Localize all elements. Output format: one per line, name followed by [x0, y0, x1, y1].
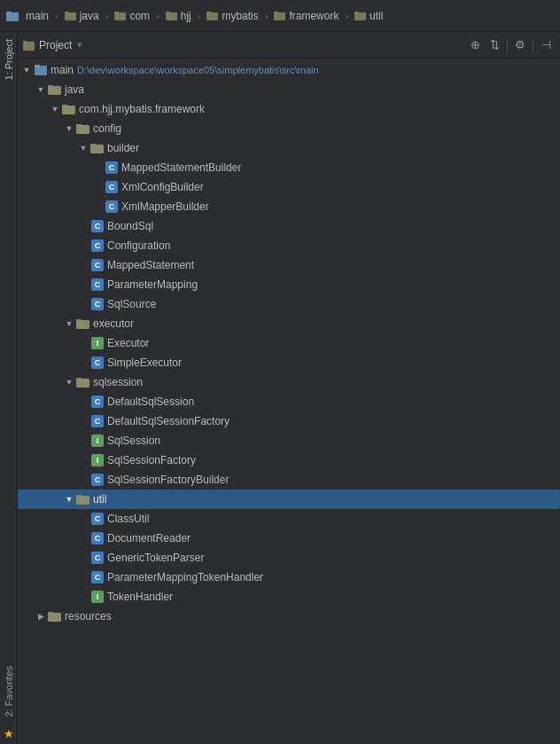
tree-item-SimpleExecutor[interactable]: C SimpleExecutor: [18, 353, 560, 372]
breadcrumb-mybatis[interactable]: mybatis: [202, 8, 262, 24]
class-icon-XmlConfigBuilder: C: [105, 180, 119, 194]
tree-item-executor[interactable]: executor: [18, 314, 560, 333]
folder-icon-small: [65, 11, 77, 20]
builder-label: builder: [107, 142, 139, 154]
tree-item-XmlConfigBuilder[interactable]: C XmlConfigBuilder: [18, 177, 560, 197]
breadcrumb-framework[interactable]: framework: [269, 8, 343, 24]
svg-rect-3: [65, 12, 69, 14]
tree-item-GenericTokenParser[interactable]: C GenericTokenParser: [18, 548, 560, 568]
left-side-tab: 1: Project 2: Favorites ★: [0, 32, 18, 744]
tree-item-util[interactable]: util: [18, 489, 560, 509]
main-area: 1: Project 2: Favorites ★ Project ▾ ⊕ ⇅: [0, 32, 560, 744]
tree-item-ParameterMappingTokenHandler[interactable]: C ParameterMappingTokenHandler: [18, 568, 560, 587]
svg-rect-9: [206, 12, 211, 14]
util-label: util: [93, 493, 106, 505]
project-tab[interactable]: 1: Project: [2, 32, 16, 87]
XmlConfigBuilder-label: XmlConfigBuilder: [121, 181, 204, 193]
tree-view[interactable]: main D:\dev\workspace\workspace05\simple…: [18, 59, 560, 744]
locate-button[interactable]: ⊕: [466, 36, 484, 54]
tree-item-DocumentReader[interactable]: C DocumentReader: [18, 529, 560, 548]
tree-item-SqlSessionFactory[interactable]: I SqlSessionFactory: [18, 450, 560, 470]
BoundSql-label: BoundSql: [107, 220, 153, 232]
favorites-tab[interactable]: 2: Favorites: [2, 659, 16, 724]
tree-item-SqlSession[interactable]: I SqlSession: [18, 431, 560, 450]
expand-util: [62, 492, 76, 506]
scroll-source-button[interactable]: ⇅: [486, 36, 503, 54]
config-label: config: [93, 122, 121, 135]
class-icon-XmlMapperBuilder: C: [105, 200, 119, 214]
tree-item-package[interactable]: com.hjj.mybatis.framework: [18, 99, 560, 119]
config-folder-icon: [76, 121, 90, 136]
tree-item-XmlMapperBuilder[interactable]: C XmlMapperBuilder: [18, 197, 560, 216]
class-icon-DocumentReader: C: [90, 531, 105, 545]
class-icon-SimpleExecutor: C: [90, 356, 105, 370]
SqlSessionFactory-label: SqlSessionFactory: [107, 454, 196, 466]
tree-item-config[interactable]: config: [18, 119, 560, 138]
folder-java-icon: [48, 82, 62, 97]
executor-label: executor: [93, 317, 134, 330]
class-icon-MappedStatement: C: [90, 258, 105, 272]
svg-rect-15: [23, 41, 27, 43]
tree-item-BoundSql[interactable]: C BoundSql: [18, 216, 560, 236]
ParameterMappingTokenHandler-label: ParameterMappingTokenHandler: [107, 571, 263, 583]
interface-icon-SqlSession: I: [90, 434, 105, 448]
tree-item-DefaultSqlSession[interactable]: C DefaultSqlSession: [18, 392, 560, 411]
breadcrumb-util[interactable]: util: [350, 8, 387, 24]
panel-title-text: Project: [39, 39, 72, 51]
svg-rect-11: [274, 12, 278, 14]
package-icon: [62, 102, 76, 116]
folder-icon-small-2: [114, 11, 127, 20]
tree-item-builder[interactable]: builder: [18, 138, 560, 158]
breadcrumb-main[interactable]: main: [21, 8, 53, 24]
tree-item-DefaultSqlSessionFactory[interactable]: C DefaultSqlSessionFactory: [18, 411, 560, 431]
class-icon-SqlSessionFactoryBuilder: C: [90, 473, 105, 487]
resources-label: resources: [65, 610, 112, 623]
svg-rect-19: [48, 85, 53, 88]
breadcrumb-com[interactable]: com: [110, 8, 154, 24]
interface-icon-SqlSessionFactory: I: [90, 453, 105, 467]
module-icon: [34, 63, 48, 77]
tree-item-java[interactable]: java: [18, 80, 560, 99]
tree-item-ClassUtil[interactable]: C ClassUtil: [18, 509, 560, 529]
breadcrumb-hjj[interactable]: hjj: [161, 8, 196, 24]
breadcrumb-java[interactable]: java: [60, 8, 104, 24]
main-label: main: [51, 64, 74, 76]
builder-folder-icon: [90, 141, 105, 155]
svg-rect-17: [35, 65, 40, 67]
tree-item-Executor[interactable]: I Executor: [18, 333, 560, 353]
svg-rect-33: [48, 612, 53, 615]
panel-title: Project ▾: [23, 39, 463, 51]
panel-header: Project ▾ ⊕ ⇅ ⚙ ⊣: [18, 32, 560, 59]
tree-item-Configuration[interactable]: C Configuration: [18, 236, 560, 255]
sqlsession-label: sqlsession: [93, 376, 143, 388]
tree-item-SqlSource[interactable]: C SqlSource: [18, 294, 560, 314]
MappedStatementBuilder-label: MappedStatementBuilder: [121, 161, 241, 174]
folder-icon-small-3: [166, 11, 178, 20]
project-folder-icon: [23, 40, 35, 51]
expand-sqlsession: [62, 375, 76, 389]
tree-item-resources[interactable]: resources: [18, 607, 560, 626]
panel-actions: ⊕ ⇅ ⚙ ⊣: [466, 36, 555, 54]
XmlMapperBuilder-label: XmlMapperBuilder: [121, 200, 209, 213]
expand-executor: [62, 317, 76, 331]
class-icon-DefaultSqlSessionFactory: C: [90, 414, 105, 428]
settings-button[interactable]: ⚙: [511, 36, 529, 54]
SimpleExecutor-label: SimpleExecutor: [107, 356, 182, 369]
tree-item-ParameterMapping[interactable]: C ParameterMapping: [18, 275, 560, 294]
java-label: java: [65, 83, 84, 96]
hide-panel-button[interactable]: ⊣: [537, 36, 555, 54]
interface-icon-TokenHandler: I: [90, 590, 105, 604]
tree-item-TokenHandler[interactable]: I TokenHandler: [18, 587, 560, 607]
tree-item-main[interactable]: main D:\dev\workspace\workspace05\simple…: [18, 60, 560, 80]
tree-item-MappedStatement[interactable]: C MappedStatement: [18, 255, 560, 275]
ParameterMapping-label: ParameterMapping: [107, 278, 198, 291]
tree-item-MappedStatementBuilder[interactable]: C MappedStatementBuilder: [18, 158, 560, 177]
tree-item-SqlSessionFactoryBuilder[interactable]: C SqlSessionFactoryBuilder: [18, 470, 560, 489]
interface-icon-Executor: I: [90, 336, 105, 350]
tree-item-sqlsession[interactable]: sqlsession: [18, 372, 560, 392]
sqlsession-folder-icon: [76, 375, 90, 389]
svg-rect-27: [76, 319, 82, 322]
star-favorites[interactable]: ★: [2, 724, 16, 744]
breadcrumb-bar: main › java › com › hjj › mybatis ›: [0, 0, 560, 32]
class-icon-MappedStatementBuilder: C: [105, 161, 119, 175]
